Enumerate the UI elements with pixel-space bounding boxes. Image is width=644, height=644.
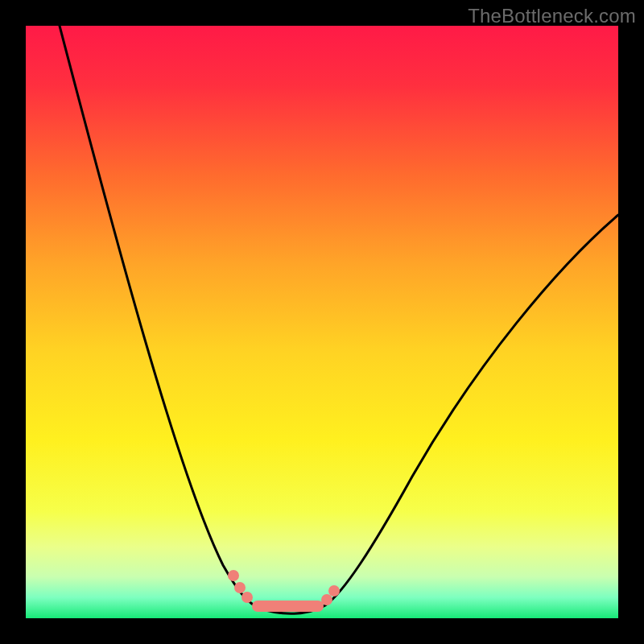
chart-frame: TheBottleneck.com xyxy=(0,0,644,644)
bottleneck-curve xyxy=(60,26,618,613)
plot-area xyxy=(26,26,618,618)
curve-layer xyxy=(26,26,618,618)
highlight-dots xyxy=(233,576,334,606)
watermark-text: TheBottleneck.com xyxy=(468,5,636,27)
